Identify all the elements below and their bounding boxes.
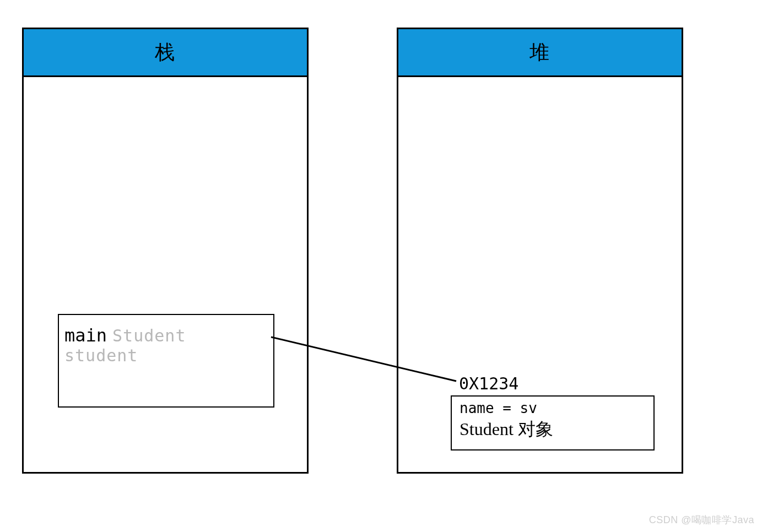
stack-header: 栈: [24, 29, 307, 77]
watermark: CSDN @喝咖啡学Java: [649, 513, 754, 526]
heap-title: 堆: [529, 39, 550, 66]
heap-header: 堆: [398, 29, 682, 77]
heap-address: 0X1234: [459, 374, 518, 393]
heap-object-type: Student 对象: [460, 417, 646, 442]
stack-frame-main: main Student student: [58, 314, 274, 408]
stack-frame-name: main: [64, 325, 107, 346]
heap-panel: 堆 0X1234 name = sv Student 对象: [397, 28, 683, 474]
stack-panel: 栈 main Student student: [22, 28, 309, 474]
heap-object-field: name = sv: [460, 400, 646, 416]
heap-object-box: name = sv Student 对象: [451, 395, 655, 450]
stack-title: 栈: [155, 39, 176, 66]
